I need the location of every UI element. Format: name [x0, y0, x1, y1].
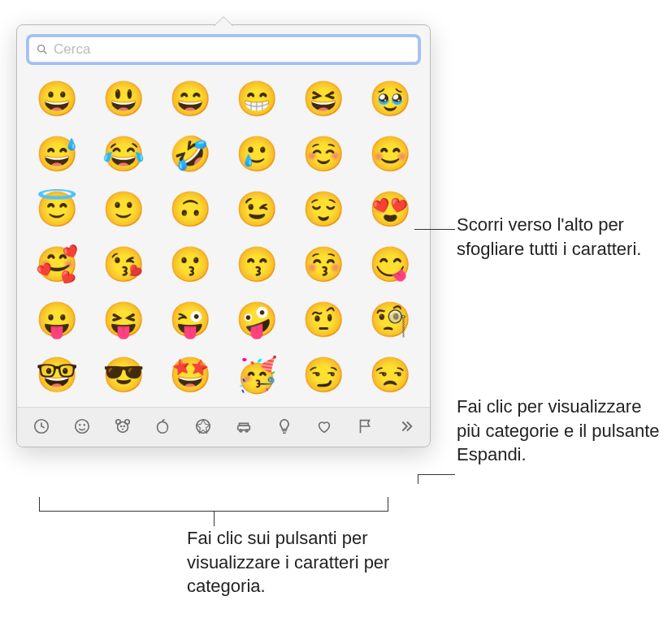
emoji-cell[interactable]: 😄 [168, 82, 212, 116]
svg-point-5 [84, 425, 85, 425]
emoji-cell[interactable]: 😒 [368, 358, 412, 392]
emoji-cell[interactable]: 😀 [35, 82, 79, 116]
callout-line [418, 474, 418, 484]
more-icon [397, 417, 414, 435]
svg-point-0 [38, 45, 45, 52]
emoji-cell[interactable]: 😆 [301, 82, 345, 116]
emoji-cell[interactable]: 😁 [235, 82, 279, 116]
smileys-icon [73, 417, 91, 435]
emoji-cell[interactable]: 😚 [301, 248, 345, 282]
emoji-grid[interactable]: 😀😃😄😁😆🥹😅😂🤣🥲☺️😊😇🙂🙃😉😌😍🥰😘😗😙😚😋😛😝😜🤪🤨🧐🤓😎🤩🥳😏😒 [17, 69, 430, 407]
category-bar [17, 407, 430, 447]
emoji-cell[interactable]: 😗 [168, 248, 212, 282]
emoji-cell[interactable]: 😜 [168, 303, 212, 337]
emoji-cell[interactable]: 😛 [35, 303, 79, 337]
emoji-cell[interactable]: 🥹 [368, 82, 412, 116]
emoji-cell[interactable]: 😎 [102, 358, 145, 392]
emoji-cell[interactable]: 🥰 [35, 248, 79, 282]
callout-line [414, 229, 455, 230]
svg-line-1 [44, 51, 46, 54]
callout-bracket [39, 497, 388, 512]
search-field[interactable] [28, 37, 418, 63]
category-smileys-button[interactable] [66, 414, 98, 438]
svg-point-14 [245, 430, 248, 432]
svg-point-3 [76, 420, 89, 434]
callout-expand: Fai clic per visualizzare più categorie … [457, 395, 660, 467]
emoji-cell[interactable]: ☺️ [301, 137, 345, 171]
recent-icon [33, 417, 50, 435]
emoji-cell[interactable]: 🤣 [168, 137, 212, 171]
emoji-cell[interactable]: 😋 [368, 248, 412, 282]
emoji-cell[interactable]: 😘 [102, 248, 145, 282]
food-icon [154, 417, 171, 435]
emoji-cell[interactable]: 😙 [235, 248, 279, 282]
emoji-cell[interactable]: 🧐 [368, 303, 412, 337]
emoji-cell[interactable]: 😝 [102, 303, 145, 337]
emoji-cell[interactable]: 😍 [368, 192, 412, 227]
category-symbols-button[interactable] [308, 414, 340, 438]
emoji-cell[interactable]: 🙂 [102, 192, 145, 227]
callout-scroll: Scorri verso l'alto per sfogliare tutti … [457, 213, 660, 261]
emoji-cell[interactable]: 😌 [301, 192, 345, 227]
category-recent-button[interactable] [25, 414, 58, 438]
character-viewer-popover: 😀😃😄😁😆🥹😅😂🤣🥲☺️😊😇🙂🙃😉😌😍🥰😘😗😙😚😋😛😝😜🤪🤨🧐🤓😎🤩🥳😏😒 [16, 24, 431, 447]
symbols-icon [315, 417, 333, 435]
objects-icon [275, 417, 293, 435]
svg-point-9 [120, 426, 121, 427]
animals-icon [114, 417, 132, 435]
category-objects-button[interactable] [268, 414, 301, 438]
flags-icon [356, 417, 374, 435]
search-input[interactable] [54, 41, 411, 58]
emoji-cell[interactable]: 🤓 [35, 358, 79, 392]
search-icon [36, 43, 49, 56]
emoji-cell[interactable]: 🥲 [235, 137, 279, 171]
category-animals-button[interactable] [106, 414, 139, 438]
emoji-cell[interactable]: 🤩 [168, 358, 212, 392]
svg-point-10 [124, 426, 124, 427]
emoji-cell[interactable]: 😃 [102, 82, 145, 116]
emoji-cell[interactable]: 😂 [102, 137, 145, 171]
search-wrap [17, 25, 430, 69]
emoji-cell[interactable]: 🥳 [235, 358, 279, 392]
callout-bracket-stem [214, 512, 215, 526]
emoji-cell[interactable]: 🤨 [301, 303, 345, 337]
category-more-button[interactable] [389, 414, 422, 438]
emoji-cell[interactable]: 🙃 [168, 192, 212, 227]
category-activity-button[interactable] [187, 414, 219, 438]
svg-point-13 [240, 430, 242, 432]
svg-point-4 [80, 425, 80, 425]
callout-categories: Fai clic sui pulsanti per visualizzare i… [187, 526, 439, 598]
callout-line [418, 474, 455, 475]
emoji-cell[interactable]: 😅 [35, 137, 79, 171]
emoji-cell[interactable]: 😉 [235, 192, 279, 227]
emoji-cell[interactable]: 🤪 [235, 303, 279, 337]
emoji-cell[interactable]: 😏 [301, 358, 345, 392]
emoji-cell[interactable]: 😇 [35, 192, 79, 227]
category-food-button[interactable] [146, 414, 179, 438]
emoji-cell[interactable]: 😊 [368, 137, 412, 171]
travel-icon [235, 417, 253, 435]
category-travel-button[interactable] [228, 414, 260, 438]
category-flags-button[interactable] [349, 414, 381, 438]
activity-icon [194, 417, 212, 435]
svg-rect-12 [237, 425, 249, 430]
